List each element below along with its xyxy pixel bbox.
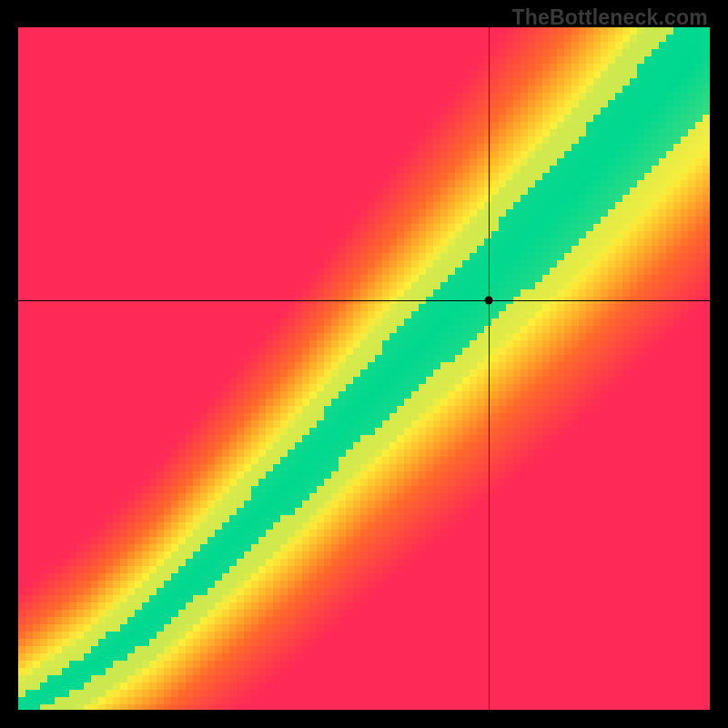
crosshair-horizontal (18, 300, 710, 301)
crosshair-vertical (489, 27, 490, 710)
watermark-text: TheBottleneck.com (511, 5, 708, 30)
data-point-marker (484, 297, 492, 305)
heatmap-plot (18, 27, 710, 710)
heatmap-canvas (18, 27, 710, 710)
chart-container: TheBottleneck.com (0, 0, 728, 728)
